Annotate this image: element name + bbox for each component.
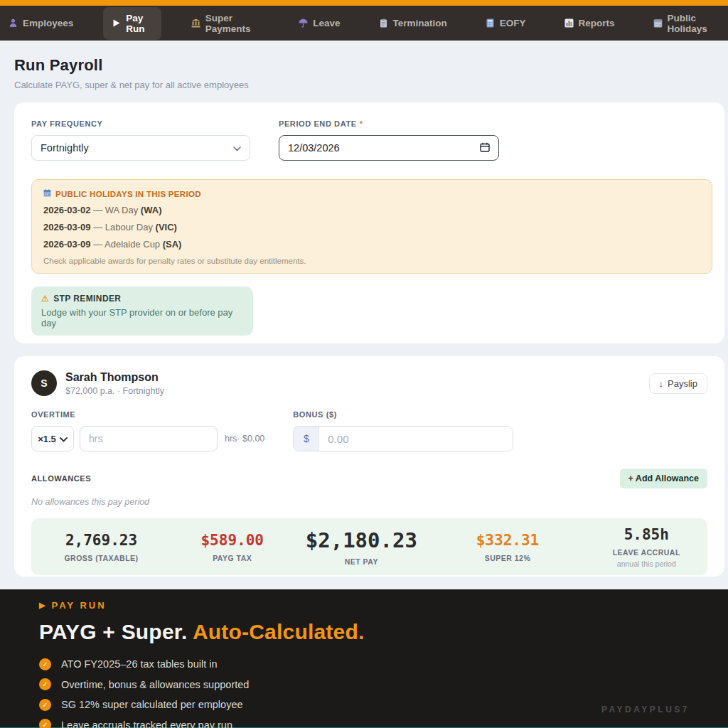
footer-title: PAYG + Super. Auto-Calculated.: [39, 620, 728, 644]
currency-prefix: $: [294, 427, 319, 451]
marketing-footer: ▶ PAY RUN PAYG + Super. Auto-Calculated.…: [0, 589, 728, 727]
pay-frequency-label: PAY FREQUENCY: [31, 119, 250, 128]
separator: —: [93, 222, 102, 232]
allowances-empty-text: No allowances this pay period: [31, 497, 707, 507]
payslip-button[interactable]: ↓ Payslip: [649, 373, 707, 394]
summary-payg-tax: $589.00 PAYG TAX: [171, 532, 293, 562]
separator: —: [93, 205, 102, 215]
overtime-hours-input[interactable]: [80, 426, 218, 451]
feature-list: ✓ ATO FY2025–26 tax tables built in ✓ Ov…: [39, 654, 728, 728]
payg-tax-label: PAYG TAX: [213, 554, 252, 562]
holiday-row: 2026-03-09 — Labour Day (VIC): [43, 222, 700, 232]
holiday-date: 2026-03-09: [43, 222, 91, 232]
super-label: SUPER 12%: [485, 554, 531, 562]
nav-item-eofy[interactable]: EOFY: [477, 12, 535, 34]
holiday-state: (WA): [141, 205, 162, 215]
play-icon: [112, 18, 121, 28]
pay-frequency-field: PAY FREQUENCY Fortnightly: [31, 119, 250, 161]
period-end-date-value: 12/03/2026: [288, 142, 340, 154]
nav-item-label: Pay Run: [126, 13, 152, 34]
check-icon: ✓: [39, 678, 51, 690]
nav-item-pay-run[interactable]: Pay Run: [103, 7, 161, 40]
check-icon: ✓: [39, 719, 51, 728]
bonus-label: BONUS ($): [293, 410, 513, 419]
watermark: PAYDAYPLUS7: [601, 705, 690, 714]
main-nav: Employees Pay Run Super Payments Leave T…: [0, 6, 728, 41]
pay-frequency-select[interactable]: Fortnightly: [31, 135, 250, 161]
top-accent-bar: [0, 0, 728, 6]
nav-item-label: Termination: [393, 18, 447, 28]
main-content: Run Payroll Calculate PAYG, super & net …: [0, 41, 728, 577]
leave-accrual-value: 5.85h: [624, 526, 669, 543]
person-icon: [9, 18, 18, 28]
warning-icon: ⚠: [41, 294, 49, 304]
nav-item-leave[interactable]: Leave: [290, 12, 348, 34]
nav-item-public-holidays[interactable]: Public Holidays: [645, 7, 728, 40]
public-holidays-notice: PUBLIC HOLIDAYS IN THIS PERIOD 2026-03-0…: [31, 179, 712, 274]
calendar-icon[interactable]: [480, 142, 490, 154]
gross-label: GROSS (TAXABLE): [64, 554, 138, 562]
chevron-down-icon: [60, 434, 68, 444]
holiday-state: (SA): [163, 239, 182, 250]
calculator-icon: [486, 18, 495, 28]
summary-gross: 2,769.23 GROSS (TAXABLE): [31, 532, 171, 562]
bonus-input[interactable]: [319, 427, 513, 451]
feature-item: ✓ ATO FY2025–26 tax tables built in: [39, 654, 728, 675]
calendar-icon: [653, 18, 663, 28]
overtime-multiplier-select[interactable]: ×1.5: [31, 426, 74, 451]
feature-item: ✓ Leave accruals tracked every pay run: [39, 715, 728, 728]
summary-net-pay: $2,180.23 NET PAY: [293, 528, 429, 566]
gross-value: 2,769.23: [65, 532, 137, 549]
nav-item-label: Super Payments: [205, 13, 261, 34]
allowances-label: ALLOWANCES: [31, 474, 91, 483]
employee-pay-card: S Sarah Thompson $72,000 p.a. · Fortnigh…: [14, 356, 724, 577]
stp-reminder-text: Lodge with your STP provider on or befor…: [41, 307, 243, 328]
pay-summary-strip: 2,769.23 GROSS (TAXABLE) $589.00 PAYG TA…: [31, 518, 707, 575]
feature-item: ✓ Overtime, bonus & allowances supported: [39, 675, 728, 695]
download-icon: ↓: [659, 378, 664, 389]
leave-accrual-sub: annual this period: [617, 560, 676, 568]
period-end-date-input[interactable]: 12/03/2026: [279, 135, 499, 161]
required-asterisk: *: [360, 119, 363, 128]
clipboard-icon: [379, 18, 388, 28]
bank-icon: [191, 18, 200, 28]
holiday-state: (VIC): [156, 222, 177, 232]
nav-item-label: Reports: [579, 18, 615, 28]
holiday-name: Labour Day: [105, 222, 153, 232]
page-subtitle: Calculate PAYG, super & net pay for all …: [14, 80, 728, 90]
play-icon: ▶: [39, 601, 45, 610]
nav-item-termination[interactable]: Termination: [370, 12, 456, 34]
page-title: Run Payroll: [14, 41, 728, 75]
nav-item-label: Public Holidays: [668, 13, 719, 34]
public-holidays-title: PUBLIC HOLIDAYS IN THIS PERIOD: [43, 189, 700, 198]
check-icon: ✓: [39, 658, 51, 670]
leave-accrual-label: LEAVE ACCRUAL: [613, 548, 680, 557]
overtime-field: OVERTIME ×1.5 hrs· $0.00: [31, 410, 264, 451]
nav-item-label: Leave: [313, 18, 340, 28]
bonus-field: BONUS ($) $: [293, 410, 513, 451]
nav-item-reports[interactable]: Reports: [556, 12, 623, 34]
holiday-row: 2026-03-09 — Adelaide Cup (SA): [43, 239, 700, 250]
holiday-date: 2026-03-09: [43, 239, 91, 250]
period-end-date-field: PERIOD END DATE* 12/03/2026: [279, 119, 499, 161]
stp-reminder: ⚠ STP REMINDER Lodge with your STP provi…: [31, 287, 253, 336]
employee-name: Sarah Thompson: [65, 371, 649, 384]
nav-item-label: Employees: [23, 18, 73, 28]
footer-eyebrow: ▶ PAY RUN: [39, 600, 728, 611]
summary-leave-accrual: 5.85h LEAVE ACCRUAL annual this period: [586, 526, 707, 568]
stp-reminder-title: ⚠ STP REMINDER: [41, 294, 243, 304]
pay-frequency-value: Fortnightly: [41, 142, 89, 154]
chevron-down-icon: [233, 142, 241, 154]
employee-meta: $72,000 p.a. · Fortnightly: [65, 386, 649, 396]
pay-run-settings-card: PAY FREQUENCY Fortnightly PERIOD END DAT…: [14, 102, 724, 343]
net-pay-value: $2,180.23: [306, 528, 417, 552]
separator: —: [93, 239, 102, 250]
holiday-row: 2026-03-02 — WA Day (WA): [43, 205, 700, 215]
holiday-name: Adelaide Cup: [105, 239, 160, 250]
net-pay-label: NET PAY: [345, 557, 378, 566]
nav-item-employees[interactable]: Employees: [0, 12, 82, 34]
nav-item-label: EOFY: [500, 18, 526, 28]
add-allowance-button[interactable]: + Add Allowance: [620, 469, 707, 488]
nav-item-super-payments[interactable]: Super Payments: [183, 7, 269, 40]
check-icon: ✓: [39, 699, 51, 711]
